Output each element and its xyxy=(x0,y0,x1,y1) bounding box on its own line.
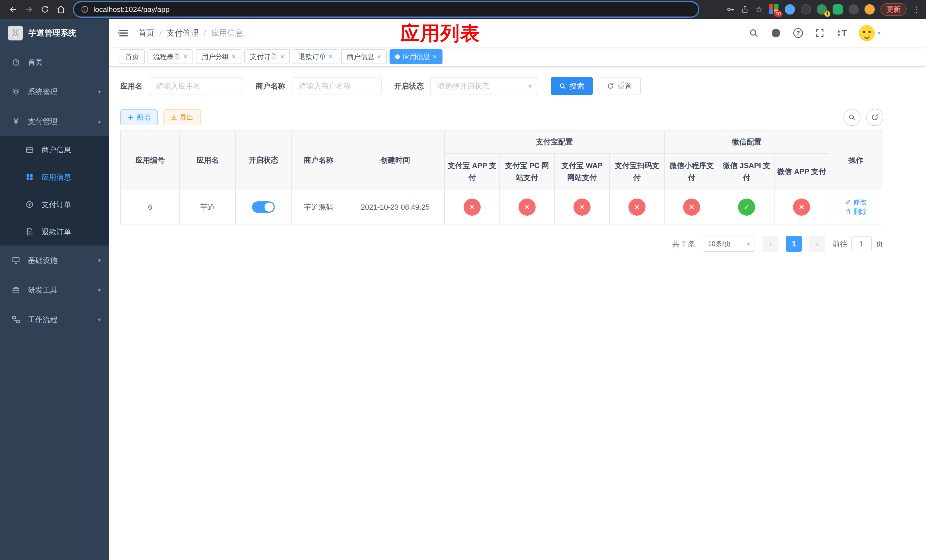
address-bar[interactable]: localhost:1024/pay/app xyxy=(74,2,698,17)
back-icon[interactable] xyxy=(6,2,21,17)
goto-page-input[interactable] xyxy=(851,236,872,251)
sidebar-collapse-icon[interactable] xyxy=(118,27,129,39)
tab-close-icon[interactable]: × xyxy=(377,53,381,60)
chevron-down-icon: ▾ xyxy=(747,240,750,248)
table-toolbar: 新增 导出 xyxy=(120,109,883,126)
breadcrumb-home[interactable]: 首页 xyxy=(138,28,154,38)
page-number-button[interactable]: 1 xyxy=(786,236,802,252)
tab-close-icon[interactable]: × xyxy=(232,53,236,60)
sidebar-item-infrastructure[interactable]: 基础设施 ▾ xyxy=(0,245,109,275)
cell-wx-app xyxy=(774,190,829,224)
tab-app-info[interactable]: 应用信息× xyxy=(390,49,442,64)
breadcrumb-section[interactable]: 支付管理 xyxy=(167,28,199,38)
sidebar-item-app-info[interactable]: 应用信息 xyxy=(0,163,109,191)
fullscreen-icon[interactable] xyxy=(815,28,825,38)
sidebar-item-workflow[interactable]: 工作流程 ▾ xyxy=(0,305,109,334)
tab-close-icon[interactable]: × xyxy=(433,53,437,60)
tab-refund-order[interactable]: 退款订单× xyxy=(293,49,338,64)
help-icon[interactable]: ? xyxy=(793,28,803,38)
tab-close-icon[interactable]: × xyxy=(328,53,333,60)
goto-prefix: 前往 xyxy=(832,239,847,249)
status-toggle[interactable] xyxy=(252,201,275,213)
update-button[interactable]: 更新 xyxy=(881,3,906,16)
sidebar-item-merchant-info[interactable]: 商户信息 xyxy=(0,136,109,163)
font-size-icon[interactable]: ▲▼T xyxy=(837,28,847,38)
sidebar-item-payment[interactable]: ¥ 支付管理 ▴ xyxy=(0,106,109,136)
extension-wechat-icon[interactable] xyxy=(832,4,843,15)
extension-drop-icon[interactable] xyxy=(785,4,795,15)
app-name-input[interactable] xyxy=(149,77,243,95)
hide-search-icon[interactable] xyxy=(843,109,861,126)
cell-alipay-qr xyxy=(610,190,664,224)
breadcrumb-current: 应用信息 xyxy=(211,28,243,38)
sidebar-item-label: 系统管理 xyxy=(28,87,57,97)
col-alipay-qr: 支付宝扫码支付 xyxy=(610,153,664,190)
home-icon[interactable] xyxy=(53,2,68,17)
document-icon xyxy=(25,227,34,236)
forward-icon[interactable] xyxy=(22,2,36,17)
chrome-right-cluster: ☆ 10 1 更新 ⋮ xyxy=(726,3,920,16)
bookmark-star-icon[interactable]: ☆ xyxy=(755,4,763,15)
edit-link[interactable]: 修改 xyxy=(845,197,867,206)
sidebar-item-home[interactable]: 首页 xyxy=(0,47,109,77)
table-row: 6 芋道 芋道源码 2021-10-23 08:49:25 xyxy=(121,190,883,224)
search-icon[interactable] xyxy=(749,28,758,38)
sidebar-item-system[interactable]: 系统管理 ▾ xyxy=(0,77,109,106)
sidebar-item-refund-order[interactable]: 退款订单 xyxy=(0,218,109,245)
reload-icon[interactable] xyxy=(38,2,52,17)
search-button-label: 搜索 xyxy=(569,81,584,91)
status-cross-icon xyxy=(519,198,536,216)
status-select[interactable]: 请选择开启状态 ▾ xyxy=(430,77,538,95)
prev-page-button[interactable]: ‹ xyxy=(763,236,779,252)
chevron-down-icon: ▾ xyxy=(528,82,532,91)
sidebar-item-pay-order[interactable]: 支付订单 xyxy=(0,191,109,218)
tab-process-form[interactable]: 流程表单× xyxy=(147,49,193,64)
tab-pay-order[interactable]: 支付订单× xyxy=(244,49,290,64)
reset-button[interactable]: 重置 xyxy=(599,77,641,95)
dashboard-icon xyxy=(11,58,21,67)
status-cross-icon xyxy=(573,198,590,216)
export-button[interactable]: 导出 xyxy=(163,109,201,125)
key-icon[interactable] xyxy=(726,5,735,14)
merchant-name-input[interactable] xyxy=(292,77,381,95)
share-icon[interactable] xyxy=(741,5,749,14)
cell-merchant: 芋道源码 xyxy=(291,190,346,224)
tab-user-group[interactable]: 用户分组× xyxy=(196,49,242,64)
browser-menu-icon[interactable]: ⋮ xyxy=(912,5,920,14)
github-icon[interactable] xyxy=(770,28,781,38)
tab-close-icon[interactable]: × xyxy=(183,53,188,60)
refresh-icon[interactable] xyxy=(866,109,883,126)
merchant-name-label: 商户名称 xyxy=(256,81,285,91)
tab-merchant-info[interactable]: 商户信息× xyxy=(341,49,387,64)
extension-dark-icon[interactable] xyxy=(801,4,811,15)
user-menu[interactable]: ▾ xyxy=(859,25,881,41)
site-info-icon[interactable] xyxy=(81,5,89,14)
status-cross-icon xyxy=(793,198,810,216)
extension-pin-icon[interactable] xyxy=(849,4,859,15)
col-alipay-app: 支付宝 APP 支付 xyxy=(445,153,500,190)
monitor-icon xyxy=(11,256,21,265)
url-text[interactable]: localhost:1024/pay/app xyxy=(94,5,169,14)
tab-home[interactable]: 首页 xyxy=(120,49,145,64)
next-page-button[interactable]: › xyxy=(809,236,825,252)
cell-status xyxy=(236,190,291,224)
sidebar-item-devtools[interactable]: 研发工具 ▾ xyxy=(0,275,109,305)
page-size-select[interactable]: 10条/页 ▾ xyxy=(703,236,755,252)
extension-face-icon[interactable] xyxy=(864,4,875,15)
yen-icon: ¥ xyxy=(11,117,21,126)
sidebar-item-label: 支付订单 xyxy=(42,200,71,210)
tab-close-icon[interactable]: × xyxy=(280,53,284,60)
topbar-icons: ? ▲▼T ▾ xyxy=(749,25,881,41)
credit-card-icon xyxy=(25,145,34,154)
extension-grid-icon[interactable]: 10 xyxy=(769,4,779,15)
cell-created: 2021-10-23 08:49:25 xyxy=(346,190,445,224)
delete-link[interactable]: 删除 xyxy=(845,207,867,216)
extension-avatar-icon[interactable]: 1 xyxy=(817,4,827,15)
active-tab-dot xyxy=(395,54,400,59)
payment-submenu: 商户信息 应用信息 支付订单 退款订单 xyxy=(0,136,109,245)
cell-alipay-pc xyxy=(500,190,554,224)
search-button[interactable]: 搜索 xyxy=(551,77,593,95)
avatar[interactable] xyxy=(859,25,875,41)
col-wx-jsapi: 微信 JSAPI 支付 xyxy=(719,153,774,190)
add-button[interactable]: 新增 xyxy=(120,109,158,125)
